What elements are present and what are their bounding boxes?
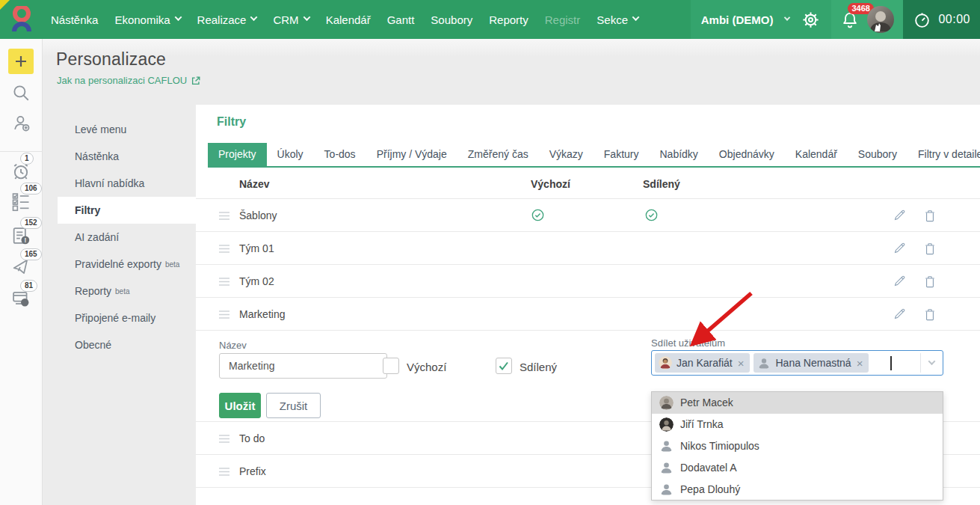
user-chip[interactable]: Hana Nemastná × <box>754 353 869 373</box>
share-users-multiselect[interactable]: Jan Karafiát × Hana Nemastná × <box>651 350 943 376</box>
tab-vykazy[interactable]: Výkazy <box>539 143 594 166</box>
tab-soubory[interactable]: Soubory <box>848 143 907 166</box>
settings-item-pripojene-emaily[interactable]: Připojené e-maily <box>58 304 196 331</box>
payments-button[interactable]: 81 <box>8 286 34 311</box>
name-field-label: Název <box>219 340 247 351</box>
tab-nabidky[interactable]: Nabídky <box>650 143 709 166</box>
edit-button[interactable] <box>893 275 906 290</box>
save-button[interactable]: Uložit <box>219 393 261 418</box>
user-avatar[interactable] <box>867 6 894 33</box>
delete-button[interactable] <box>924 307 936 323</box>
quick-add-button[interactable] <box>8 49 34 74</box>
settings-gear-button[interactable] <box>801 10 821 30</box>
account-menu[interactable]: Ambi (DEMO) <box>701 13 774 26</box>
edit-button[interactable] <box>893 242 906 257</box>
nav-ekonomika[interactable]: Ekonomika <box>106 0 188 39</box>
approvals-button[interactable]: 165 <box>8 254 34 280</box>
drag-handle-icon[interactable] <box>218 244 230 256</box>
shared-checkbox[interactable] <box>496 358 512 374</box>
nav-crm[interactable]: CRM <box>265 0 317 39</box>
nav-kalendar[interactable]: Kalendář <box>318 0 379 39</box>
cancel-button[interactable]: Zrušit <box>266 393 321 418</box>
user-option[interactable]: Jiří Trnka <box>652 414 943 435</box>
add-user-button[interactable] <box>8 110 34 135</box>
settings-item-obecne[interactable]: Obecné <box>58 331 196 358</box>
column-header-vychozi: Výchozí <box>531 178 570 190</box>
user-option[interactable]: Petr Macek <box>652 392 943 414</box>
user-avatar <box>757 356 771 370</box>
reports-alert-button[interactable]: ! 152 <box>8 223 34 248</box>
reports-alert-badge: 152 <box>20 217 42 229</box>
user-option-name: Jiří Trnka <box>680 418 724 430</box>
tab-objednavky[interactable]: Objednávky <box>709 143 785 166</box>
help-link[interactable]: Jak na personalizaci CAFLOU <box>57 75 201 86</box>
reminders-button[interactable]: 1 <box>8 159 34 184</box>
search-button[interactable] <box>8 80 34 105</box>
tasks-button[interactable]: 106 <box>8 189 34 214</box>
nav-gantt[interactable]: Gantt <box>379 0 423 39</box>
tab-faktury[interactable]: Faktury <box>594 143 650 166</box>
multiselect-toggle[interactable] <box>920 353 943 373</box>
help-link-label: Jak na personalizaci CAFLOU <box>57 75 187 86</box>
nav-sekce[interactable]: Sekce <box>588 0 647 39</box>
default-checkbox[interactable] <box>383 358 399 374</box>
chevron-down-icon <box>632 13 640 21</box>
remove-chip-icon[interactable]: × <box>857 357 863 370</box>
user-avatar <box>659 396 674 410</box>
time-tracker-button[interactable]: 00:00 <box>903 0 980 39</box>
tab-kalendar[interactable]: Kalendář <box>785 143 848 166</box>
settings-menu: Levé menu Nástěnka Hlavní nabídka Filtry… <box>58 116 196 358</box>
drag-handle-icon[interactable] <box>218 310 230 322</box>
settings-item-filtry[interactable]: Filtry <box>58 197 196 224</box>
nav-registr[interactable]: Registr <box>537 0 589 39</box>
drag-handle-icon[interactable] <box>218 434 230 446</box>
tab-projekty[interactable]: Projekty <box>208 143 267 166</box>
nav-reporty[interactable]: Reporty <box>481 0 537 39</box>
delete-button[interactable] <box>924 242 936 257</box>
default-checkbox-label: Výchozí <box>407 361 446 373</box>
corner-fold-decoration <box>0 0 10 10</box>
drag-handle-icon[interactable] <box>218 467 230 479</box>
settings-item-leve-menu[interactable]: Levé menu <box>58 116 196 143</box>
drag-handle-icon[interactable] <box>218 211 230 223</box>
delete-button[interactable] <box>924 209 936 224</box>
nav-realizace[interactable]: Realizace <box>189 0 265 39</box>
delete-button[interactable] <box>924 275 936 290</box>
topbar: Nástěnka Ekonomika Realizace CRM Kalendá… <box>0 0 980 39</box>
column-header-sdileny: Sdílený <box>643 178 680 190</box>
name-input[interactable] <box>219 353 387 379</box>
settings-item-reporty[interactable]: Reportybeta <box>58 278 196 304</box>
remove-chip-icon[interactable]: × <box>738 357 745 370</box>
user-chip-name: Hana Nemastná <box>775 357 851 369</box>
settings-item-hlavni-nabidka[interactable]: Hlavní nabídka <box>58 170 196 197</box>
tab-zmereny-cas[interactable]: Změřený čas <box>457 143 539 166</box>
settings-item-pravidelne-exporty[interactable]: Pravidelné exportybeta <box>58 251 196 278</box>
nav-label: Soubory <box>431 13 472 26</box>
tab-ukoly[interactable]: Úkoly <box>267 143 314 166</box>
user-avatar <box>659 460 674 474</box>
edit-button[interactable] <box>893 307 906 322</box>
table-row: Šablony <box>196 199 980 232</box>
tasks-badge: 106 <box>20 183 42 195</box>
search-icon <box>11 83 31 102</box>
nav-label: Ekonomika <box>114 13 170 26</box>
user-option-name: Nikos Timiopulos <box>680 440 759 452</box>
filter-name: Marketing <box>239 308 285 320</box>
edit-button[interactable] <box>893 209 906 224</box>
tab-todos[interactable]: To-dos <box>314 143 366 166</box>
user-option[interactable]: Pepa Dlouhý <box>652 478 943 500</box>
tab-prijmy-vydaje[interactable]: Příjmy / Výdaje <box>366 143 457 166</box>
notifications-button[interactable]: 3468 <box>840 10 860 29</box>
settings-item-label: Filtry <box>75 204 100 216</box>
user-chip[interactable]: Jan Karafiát × <box>655 353 750 373</box>
user-option[interactable]: Nikos Timiopulos <box>652 435 943 457</box>
nav-nastenka[interactable]: Nástěnka <box>43 0 106 39</box>
tab-filtry-v-detailech[interactable]: Filtry v detailech <box>907 143 980 166</box>
plus-icon <box>13 54 28 69</box>
drag-handle-icon[interactable] <box>218 277 230 289</box>
settings-item-ai-zadani[interactable]: AI zadání <box>58 224 196 251</box>
user-avatar <box>659 438 674 453</box>
nav-soubory[interactable]: Soubory <box>422 0 481 39</box>
settings-item-nastenka[interactable]: Nástěnka <box>58 143 196 170</box>
user-option[interactable]: Dodavatel A <box>652 456 943 478</box>
